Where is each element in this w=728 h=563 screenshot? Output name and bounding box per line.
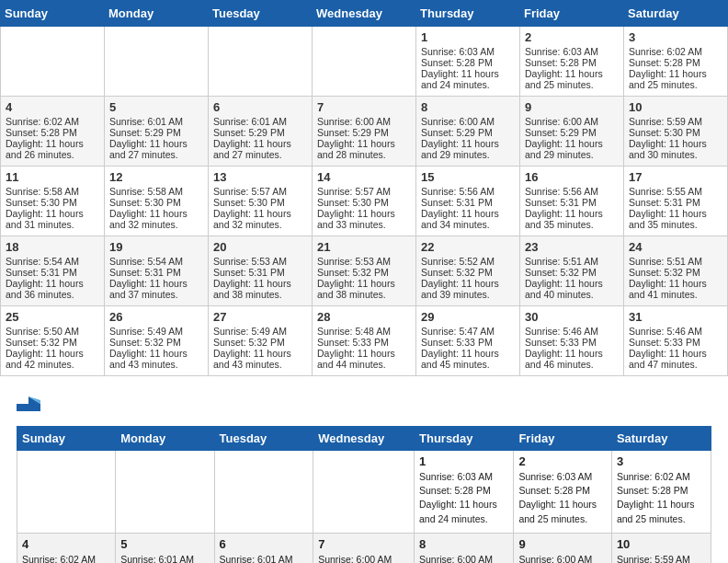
sunset-text: Sunset: 5:30 PM — [109, 197, 203, 208]
calendar-cell: 5Sunrise: 6:01 AMSunset: 5:29 PMDaylight… — [105, 97, 209, 167]
main-calendar: SundayMondayTuesdayWednesdayThursdayFrid… — [17, 426, 711, 563]
daylight-text: Daylight: 11 hours and 25 minutes. — [629, 68, 722, 90]
calendar-week-2: 4Sunrise: 6:02 AMSunset: 5:28 PMDaylight… — [1, 97, 728, 167]
calendar-cell: 16Sunrise: 5:56 AMSunset: 5:31 PMDayligh… — [520, 167, 624, 236]
day-number: 14 — [317, 170, 411, 184]
sunrise-text: Sunrise: 5:58 AM — [6, 186, 99, 197]
day-number: 31 — [629, 310, 722, 324]
daylight-text: Daylight: 11 hours and 44 minutes. — [317, 348, 411, 370]
header-thursday: Thursday — [415, 427, 514, 451]
day-number: 1 — [419, 454, 508, 468]
daylight-text: Daylight: 11 hours and 36 minutes. — [6, 278, 99, 300]
calendar-table: SundayMondayTuesdayWednesdayThursdayFrid… — [0, 0, 728, 376]
calendar-cell: 18Sunrise: 5:54 AMSunset: 5:31 PMDayligh… — [1, 236, 105, 306]
sunset-text: Sunset: 5:32 PM — [629, 267, 722, 278]
sunrise-text: Sunrise: 6:02 AM — [629, 46, 722, 57]
col-header-thursday: Thursday — [416, 1, 520, 27]
day-cell-9: 9Sunrise: 6:00 AMSunset: 5:29 PMDaylight… — [514, 534, 612, 564]
sunset-text: Sunset: 5:31 PM — [109, 267, 203, 278]
header-wednesday: Wednesday — [313, 427, 415, 451]
sunrise-text: Sunrise: 6:02 AM — [6, 116, 99, 127]
day-cell-7: 7Sunrise: 6:00 AMSunset: 5:29 PMDaylight… — [313, 534, 415, 564]
day-number: 22 — [421, 240, 515, 254]
sunset-text: Sunset: 5:33 PM — [421, 337, 515, 348]
day-number: 18 — [6, 240, 99, 254]
calendar-cell: 22Sunrise: 5:52 AMSunset: 5:32 PMDayligh… — [416, 236, 520, 306]
day-number: 10 — [629, 100, 722, 114]
week-row-1: 1Sunrise: 6:03 AMSunset: 5:28 PMDaylight… — [17, 451, 711, 534]
day-number: 21 — [317, 240, 411, 254]
daylight-text: Daylight: 11 hours and 27 minutes. — [109, 138, 203, 160]
day-info: Sunrise: 6:00 AMSunset: 5:29 PMDaylight:… — [419, 553, 508, 563]
day-info: Sunrise: 6:02 AMSunset: 5:28 PMDaylight:… — [617, 470, 706, 526]
calendar-week-4: 18Sunrise: 5:54 AMSunset: 5:31 PMDayligh… — [1, 236, 728, 306]
day-number: 23 — [525, 240, 619, 254]
day-info: Sunrise: 6:01 AMSunset: 5:29 PMDaylight:… — [120, 553, 209, 563]
sunset-text: Sunset: 5:28 PM — [6, 127, 99, 138]
day-number: 19 — [109, 240, 203, 254]
sunrise-text: Sunrise: 5:51 AM — [629, 256, 722, 267]
day-number: 8 — [419, 537, 508, 551]
header-saturday: Saturday — [611, 427, 711, 451]
day-number: 5 — [120, 537, 209, 551]
daylight-text: Daylight: 11 hours and 43 minutes. — [109, 348, 203, 370]
calendar-cell: 30Sunrise: 5:46 AMSunset: 5:33 PMDayligh… — [520, 306, 624, 376]
daylight-text: Daylight: 11 hours and 32 minutes. — [109, 208, 203, 230]
sunrise-text: Sunrise: 6:00 AM — [525, 116, 619, 127]
calendar-cell — [1, 27, 105, 97]
day-number: 27 — [213, 310, 307, 324]
sunrise-text: Sunrise: 5:51 AM — [525, 256, 619, 267]
daylight-text: Daylight: 11 hours and 43 minutes. — [213, 348, 307, 370]
sunset-text: Sunset: 5:32 PM — [317, 267, 411, 278]
daylight-text: Daylight: 11 hours and 29 minutes. — [525, 138, 619, 160]
daylight-text: Daylight: 11 hours and 26 minutes. — [6, 138, 99, 160]
calendar-cell: 24Sunrise: 5:51 AMSunset: 5:32 PMDayligh… — [624, 236, 728, 306]
sunset-text: Sunset: 5:32 PM — [6, 337, 99, 348]
sunset-text: Sunset: 5:32 PM — [525, 267, 619, 278]
daylight-text: Daylight: 11 hours and 33 minutes. — [317, 208, 411, 230]
empty-cell — [17, 451, 116, 534]
day-number: 6 — [220, 537, 309, 551]
col-header-tuesday: Tuesday — [209, 1, 313, 27]
calendar-cell: 20Sunrise: 5:53 AMSunset: 5:31 PMDayligh… — [209, 236, 313, 306]
sunset-text: Sunset: 5:29 PM — [109, 127, 203, 138]
empty-cell — [313, 451, 415, 534]
sunset-text: Sunset: 5:31 PM — [525, 197, 619, 208]
day-cell-5: 5Sunrise: 6:01 AMSunset: 5:29 PMDaylight… — [116, 534, 214, 564]
sunset-text: Sunset: 5:29 PM — [317, 127, 411, 138]
sunset-text: Sunset: 5:33 PM — [525, 337, 619, 348]
page-wrapper: SundayMondayTuesdayWednesdayThursdayFrid… — [0, 376, 728, 563]
day-cell-6: 6Sunrise: 6:01 AMSunset: 5:29 PMDaylight… — [214, 534, 313, 564]
day-cell-2: 2Sunrise: 6:03 AMSunset: 5:28 PMDaylight… — [514, 451, 612, 534]
day-number: 25 — [6, 310, 99, 324]
header-friday: Friday — [514, 427, 612, 451]
sunrise-text: Sunrise: 5:53 AM — [213, 256, 307, 267]
day-number: 7 — [318, 537, 409, 551]
sunset-text: Sunset: 5:31 PM — [421, 197, 515, 208]
calendar-cell: 28Sunrise: 5:48 AMSunset: 5:33 PMDayligh… — [313, 306, 416, 376]
sunset-text: Sunset: 5:29 PM — [421, 127, 515, 138]
day-number: 9 — [518, 537, 607, 551]
sunrise-text: Sunrise: 6:01 AM — [213, 116, 307, 127]
calendar-cell: 11Sunrise: 5:58 AMSunset: 5:30 PMDayligh… — [1, 167, 105, 236]
top-header — [17, 391, 711, 415]
sunrise-text: Sunrise: 6:03 AM — [525, 46, 619, 57]
svg-rect-14 — [17, 404, 40, 411]
calendar-cell — [209, 27, 313, 97]
day-number: 17 — [629, 170, 722, 184]
sunrise-text: Sunrise: 6:01 AM — [109, 116, 203, 127]
day-number: 11 — [6, 170, 99, 184]
day-number: 20 — [213, 240, 307, 254]
daylight-text: Daylight: 11 hours and 25 minutes. — [525, 68, 619, 90]
generalblue-logo — [17, 391, 43, 415]
day-number: 4 — [6, 100, 99, 114]
day-number: 7 — [317, 100, 411, 114]
sunset-text: Sunset: 5:28 PM — [421, 57, 515, 68]
sunset-text: Sunset: 5:30 PM — [213, 197, 307, 208]
sunrise-text: Sunrise: 5:53 AM — [317, 256, 411, 267]
sunset-text: Sunset: 5:31 PM — [213, 267, 307, 278]
day-info: Sunrise: 6:00 AMSunset: 5:29 PMDaylight:… — [518, 553, 607, 563]
sunrise-text: Sunrise: 5:46 AM — [525, 326, 619, 337]
daylight-text: Daylight: 11 hours and 35 minutes. — [525, 208, 619, 230]
header-sunday: Sunday — [17, 427, 116, 451]
